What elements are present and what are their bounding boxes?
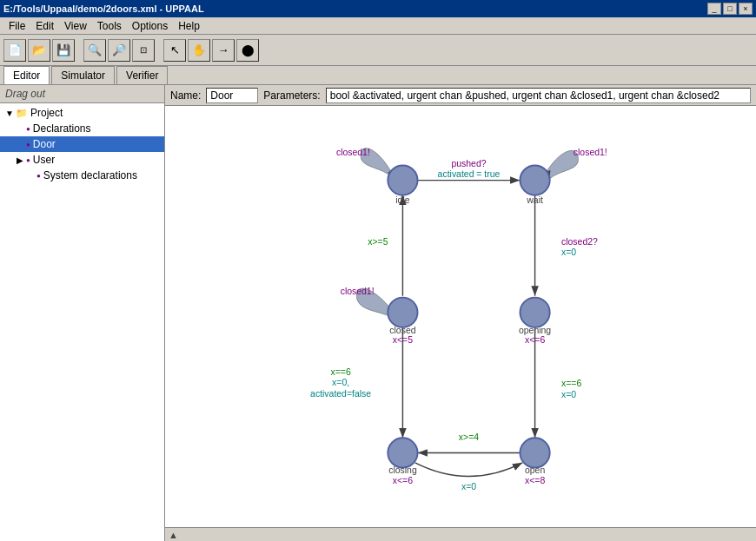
svg-point-8 [388, 165, 417, 195]
maximize-button[interactable]: □ [723, 3, 737, 15]
svg-text:x<=8: x<=8 [525, 476, 545, 485]
svg-text:activated = true: activated = true [438, 169, 501, 179]
expand-declarations-icon [14, 122, 26, 135]
svg-text:idle: idle [395, 195, 409, 205]
minimize-button[interactable]: _ [707, 3, 721, 15]
tab-simulator[interactable]: Simulator [51, 66, 115, 84]
zoom-out-button[interactable]: 🔎 [108, 39, 130, 62]
svg-text:x<=6: x<=6 [393, 476, 413, 485]
edge-tool[interactable]: → [212, 39, 235, 62]
svg-text:x=0: x=0 [561, 247, 576, 257]
zoom-fit-button[interactable]: ⊡ [132, 39, 155, 62]
folder-icon: 📁 [16, 108, 28, 119]
pan-tool[interactable]: ✋ [188, 39, 210, 62]
add-state-tool[interactable]: ⬤ [236, 39, 259, 62]
open-button[interactable]: 📂 [28, 39, 50, 62]
menu-options[interactable]: Options [127, 18, 173, 34]
sidebar-header: Drag out [0, 85, 164, 103]
select-tool[interactable]: ↖ [163, 39, 186, 62]
new-button[interactable]: 📄 [3, 39, 26, 62]
sidebar-item-system-declarations-label: System declarations [43, 169, 137, 181]
expand-project-icon[interactable]: ▼ [3, 107, 16, 119]
bottom-bar: ▲ [165, 527, 756, 541]
canvas-area: Name: Parameters: [165, 85, 756, 541]
svg-point-12 [520, 438, 549, 467]
sidebar-item-user-label: User [33, 154, 55, 166]
sidebar-item-project[interactable]: ▼ 📁 Project [0, 105, 164, 121]
status-text: ▲ [169, 530, 178, 540]
svg-text:closed1!: closed1! [336, 148, 370, 157]
diagram-container[interactable]: idle wait closed x<=5 opening x<=6 open … [165, 106, 756, 527]
toolbar: 📄 📂 💾 🔍 🔎 ⊡ ↖ ✋ → ⬤ [0, 35, 756, 66]
main-layout: Drag out ▼ 📁 Project ● Declarations ● Do… [0, 85, 756, 541]
sidebar: Drag out ▼ 📁 Project ● Declarations ● Do… [0, 85, 165, 541]
expand-user-icon[interactable]: ▶ [14, 154, 26, 166]
close-button[interactable]: × [739, 3, 753, 15]
svg-text:x=0: x=0 [461, 482, 476, 492]
svg-text:open: open [525, 465, 545, 475]
menu-tools[interactable]: Tools [92, 18, 127, 34]
tab-editor[interactable]: Editor [3, 66, 50, 84]
menu-help[interactable]: Help [173, 18, 205, 34]
svg-text:opening: opening [519, 326, 551, 335]
tab-verifier[interactable]: Verifier [116, 66, 168, 84]
expand-door-icon [14, 138, 26, 150]
svg-point-9 [520, 165, 549, 195]
svg-text:x<=6: x<=6 [525, 335, 545, 345]
name-bar: Name: Parameters: [165, 85, 756, 106]
dot-icon-sysDecl: ● [36, 172, 41, 180]
svg-text:closed1!: closed1! [574, 148, 607, 157]
svg-text:activated=false: activated=false [310, 389, 371, 399]
window-controls[interactable]: _ □ × [707, 3, 753, 15]
svg-text:x=0: x=0 [561, 390, 576, 399]
svg-text:wait: wait [526, 195, 543, 205]
sidebar-item-declarations[interactable]: ● Declarations [0, 121, 164, 136]
sidebar-item-system-declarations[interactable]: ● System declarations [0, 168, 164, 183]
svg-text:x<=5: x<=5 [393, 335, 413, 345]
sidebar-item-declarations-label: Declarations [33, 122, 91, 135]
dot-icon-door: ● [26, 141, 30, 148]
dot-icon-declarations: ● [26, 125, 30, 133]
zoom-in-button[interactable]: 🔍 [83, 39, 106, 62]
expand-sysDecl-icon [24, 169, 36, 181]
svg-text:pushed?: pushed? [451, 159, 486, 168]
save-button[interactable]: 💾 [52, 39, 75, 62]
svg-text:closed1!: closed1! [341, 287, 375, 296]
svg-point-13 [388, 438, 417, 467]
name-label: Name: [170, 89, 201, 102]
sidebar-item-door[interactable]: ● Door [0, 136, 164, 152]
tab-bar: Editor Simulator Verifier [0, 66, 756, 85]
dot-icon-user: ● [26, 156, 30, 164]
window-title: E:/Tools/Uppaal/demo/2doors.xml - UPPAAL [3, 3, 204, 14]
sidebar-item-project-label: Project [30, 107, 63, 119]
title-bar: E:/Tools/Uppaal/demo/2doors.xml - UPPAAL… [0, 0, 756, 17]
menu-bar: File Edit View Tools Options Help [0, 17, 756, 35]
svg-text:closed2?: closed2? [561, 237, 598, 247]
name-input[interactable] [206, 88, 258, 103]
parameters-input[interactable] [326, 88, 751, 103]
svg-point-10 [388, 298, 417, 327]
sidebar-content: ▼ 📁 Project ● Declarations ● Door ▶ ● Us… [0, 103, 164, 541]
menu-view[interactable]: View [59, 18, 92, 34]
svg-text:x==6: x==6 [330, 367, 350, 377]
svg-text:closing: closing [388, 465, 417, 475]
svg-text:x=0,: x=0, [332, 378, 349, 387]
menu-file[interactable]: File [3, 18, 30, 34]
parameters-label: Parameters: [263, 89, 320, 102]
svg-text:x>=4: x>=4 [459, 432, 479, 442]
sidebar-item-user[interactable]: ▶ ● User [0, 152, 164, 168]
svg-text:x==6: x==6 [561, 379, 581, 388]
menu-edit[interactable]: Edit [30, 18, 59, 34]
sidebar-item-door-label: Door [33, 138, 56, 150]
svg-text:closed: closed [389, 326, 415, 335]
svg-text:x>=5: x>=5 [368, 237, 388, 247]
svg-point-11 [520, 298, 549, 327]
automaton-diagram: idle wait closed x<=5 opening x<=6 open … [165, 106, 756, 527]
